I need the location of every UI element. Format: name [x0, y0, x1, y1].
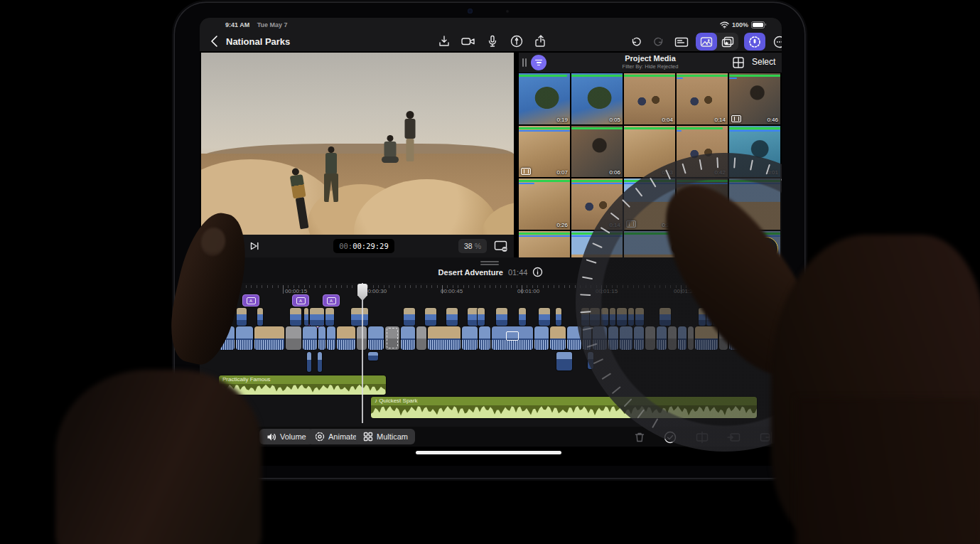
- connected-clip[interactable]: [290, 308, 301, 326]
- home-indicator[interactable]: [416, 451, 561, 454]
- storyline-clip[interactable]: [428, 326, 461, 350]
- connected-clip[interactable]: [304, 308, 308, 326]
- sensor-dot: [506, 10, 509, 13]
- connected-clip[interactable]: [310, 308, 324, 326]
- connected-clip-below[interactable]: [318, 352, 322, 372]
- storyline-clip[interactable]: [479, 326, 490, 350]
- redo-button[interactable]: [650, 33, 667, 50]
- connected-clip[interactable]: [237, 308, 247, 326]
- media-browser-button[interactable]: [696, 33, 717, 50]
- info-button[interactable]: [532, 267, 543, 277]
- storyline-clip[interactable]: [303, 326, 317, 350]
- playback-controls: 00:00:29:29 38 %: [201, 235, 514, 257]
- share-button[interactable]: [533, 34, 549, 48]
- record-video-button[interactable]: [461, 34, 476, 48]
- storyline-clip[interactable]: [286, 326, 301, 350]
- center-toolbar: [436, 34, 549, 48]
- storyline-clip[interactable]: [236, 326, 253, 350]
- connected-clip[interactable]: [496, 308, 507, 326]
- video-camera-icon: [461, 34, 476, 48]
- ruler-tick: [405, 285, 406, 288]
- storyline-clip[interactable]: [550, 326, 566, 350]
- voiceover-button[interactable]: [485, 34, 500, 48]
- storyline-clip[interactable]: [416, 326, 426, 350]
- storyline-clip[interactable]: [401, 326, 415, 350]
- zoom-value: 38: [464, 242, 473, 250]
- media-panel-titles: Project Media Filter By: Hide Rejected: [583, 54, 718, 70]
- pencil-tools-button[interactable]: [509, 34, 524, 48]
- storyline-clip[interactable]: [462, 326, 478, 350]
- ruler-label: 00:00:30: [365, 288, 387, 294]
- ruler-tick: [543, 285, 544, 288]
- audio-clip[interactable]: Practically Famous: [219, 375, 386, 395]
- connected-clip[interactable]: [351, 308, 368, 326]
- more-button[interactable]: [771, 33, 782, 50]
- zoom-level-control[interactable]: 38 %: [458, 239, 487, 253]
- titles-button[interactable]: [673, 33, 690, 50]
- media-clip[interactable]: 0:05: [571, 73, 623, 124]
- voice-isolation-button[interactable]: [744, 33, 765, 50]
- clip-waveform: [318, 340, 325, 350]
- media-clip[interactable]: 0:07: [519, 126, 570, 177]
- connected-clip-below[interactable]: [307, 352, 311, 372]
- undo-button[interactable]: [628, 33, 645, 50]
- storyline-clip[interactable]: [492, 326, 533, 350]
- panel-resize-handle[interactable]: [522, 58, 527, 67]
- ruler-tick: [554, 285, 554, 288]
- connected-clip[interactable]: [446, 308, 458, 326]
- connected-clip[interactable]: [539, 308, 550, 326]
- media-clip[interactable]: 0:14: [677, 73, 728, 124]
- connected-clip[interactable]: [478, 308, 485, 326]
- effects-browser-button[interactable]: [717, 33, 738, 50]
- grid-view-button[interactable]: [732, 56, 745, 69]
- media-clip[interactable]: [519, 231, 570, 257]
- media-clip[interactable]: 0:04: [624, 73, 675, 124]
- filter-button[interactable]: [531, 55, 546, 70]
- ruler-tick: [352, 285, 352, 288]
- storyline-clip[interactable]: [254, 326, 284, 350]
- media-clip[interactable]: 0:06: [571, 126, 623, 177]
- connected-clip[interactable]: [519, 308, 526, 326]
- storyline-clip[interactable]: [318, 326, 325, 350]
- connected-clip[interactable]: [325, 308, 334, 326]
- right-forearm: [796, 398, 980, 544]
- media-clip[interactable]: 0:26: [519, 178, 570, 230]
- title-clip-badge[interactable]: A: [242, 294, 259, 306]
- connected-clip[interactable]: [404, 308, 415, 326]
- next-frame-button[interactable]: [249, 241, 259, 251]
- clip-waveform: [534, 340, 549, 350]
- title-clip-badge[interactable]: A: [292, 294, 309, 306]
- select-button[interactable]: Select: [752, 57, 775, 67]
- connected-clip[interactable]: [556, 308, 561, 326]
- storyline-clip[interactable]: [337, 326, 355, 350]
- volume-button[interactable]: Volume: [259, 429, 313, 444]
- microphone-icon: [485, 34, 500, 48]
- playhead-handle[interactable]: [357, 284, 367, 301]
- status-right: 100%: [720, 21, 765, 28]
- ruler-tick: [437, 285, 438, 288]
- connected-clip-below[interactable]: [556, 352, 572, 370]
- title-clip-badge[interactable]: A: [323, 294, 340, 306]
- timeline-resize-handle[interactable]: [480, 261, 499, 267]
- storyline-clip[interactable]: [327, 326, 335, 350]
- multicam-button[interactable]: Multicam: [356, 429, 415, 444]
- storyline-clip[interactable]: [534, 326, 549, 350]
- connected-clip[interactable]: [257, 308, 263, 326]
- video-viewer[interactable]: [201, 53, 514, 235]
- back-button[interactable]: [208, 34, 222, 48]
- media-clip[interactable]: 0:46: [729, 73, 780, 124]
- connected-clip[interactable]: [425, 308, 436, 326]
- connected-clip-below[interactable]: [368, 352, 378, 361]
- storyline-clip[interactable]: [385, 326, 399, 350]
- media-clip[interactable]: 0:19: [519, 73, 570, 124]
- import-media-button[interactable]: [436, 34, 452, 48]
- top-toolbar: 9:41 AM Tue May 7 100% National Parks: [200, 18, 782, 51]
- timecode-hours: 00:: [339, 242, 352, 250]
- delete-clip-button[interactable]: [632, 430, 647, 445]
- storyline-clip[interactable]: [368, 326, 384, 350]
- playhead[interactable]: [362, 283, 363, 423]
- ruler-tick: [575, 285, 576, 288]
- undo-icon: [629, 35, 643, 49]
- viewer-options-button[interactable]: [494, 240, 508, 252]
- clip-waveform: [236, 340, 253, 350]
